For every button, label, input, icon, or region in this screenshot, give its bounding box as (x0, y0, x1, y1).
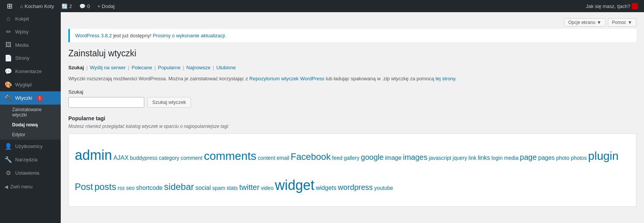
tag-photo[interactable]: photo (556, 155, 569, 161)
sidebar-item-komentarze[interactable]: 💬 Komentarze (0, 65, 61, 78)
tag-comments[interactable]: comments (204, 150, 256, 162)
wp-version-link[interactable]: WordPress 3.8.2 (75, 33, 112, 38)
tag-jquery[interactable]: jquery (453, 155, 467, 161)
tag-posts[interactable]: posts (95, 182, 116, 192)
sidebar-item-wtyczki[interactable]: 🔌 Wtyczki 1 (0, 91, 61, 105)
tab-polecane[interactable]: Polecane (131, 65, 152, 70)
desc-text2: lub ładując spakowaną w .zip wtyczkę za … (324, 76, 436, 81)
tag-content[interactable]: content (258, 155, 275, 161)
tag-image[interactable]: image (385, 155, 402, 161)
help-label: Pomoc (612, 20, 626, 25)
popular-tags-desc: Możesz również przeglądać katalog wtycze… (68, 124, 636, 129)
tag-link[interactable]: link (469, 155, 477, 161)
sidebar-item-wyglad[interactable]: 🎨 Wygląd (0, 78, 61, 91)
narzedzia-icon: 🔧 (5, 156, 12, 163)
tag-post[interactable]: Post (75, 182, 93, 192)
tab-szukaj[interactable]: Szukaj (68, 65, 84, 70)
tag-widgets[interactable]: widgets (316, 185, 336, 191)
tag-buddypress[interactable]: buddypress (130, 155, 157, 161)
tag-links[interactable]: links (478, 155, 490, 161)
tag-admin[interactable]: admin (75, 147, 112, 163)
submenu-zainstalowane[interactable]: Zainstalowane wtyczki (0, 105, 61, 120)
notice-text: jest już dostępny! (112, 33, 153, 38)
tag-facebook[interactable]: Facebook (291, 151, 331, 162)
tag-javascript[interactable]: javascript (429, 155, 451, 161)
wp-icon: ⊞ (7, 2, 13, 10)
add-new-button[interactable]: + Dodaj (94, 0, 118, 12)
collapse-menu[interactable]: ◀ Zwiń menu (0, 180, 61, 194)
sep-2: | (128, 65, 129, 70)
submenu-dodaj-nowa[interactable]: Dodaj nową (0, 120, 61, 130)
wtyczki-submenu: Zainstalowane wtyczki Dodaj nową Edytor (0, 105, 61, 140)
tag-gallery[interactable]: gallery (344, 155, 359, 161)
wp-logo-button[interactable]: ⊞ (3, 0, 16, 12)
comments-button[interactable]: 💬 0 (76, 0, 93, 12)
updates-count: 2 (69, 3, 72, 9)
help-chevron: ▼ (628, 20, 632, 25)
search-input[interactable] (68, 97, 144, 108)
add-label: + Dodaj (98, 3, 115, 9)
search-button[interactable]: Szukaj wtyczek (147, 97, 191, 108)
tag-pages[interactable]: pages (538, 155, 555, 161)
tag-stats[interactable]: stats (227, 185, 238, 191)
search-row: Szukaj wtyczek (68, 97, 636, 108)
sidebar-item-kokpit[interactable]: ⌂ Kokpit (0, 12, 61, 25)
tab-wyslij[interactable]: Wyślij na serwer (90, 65, 126, 70)
filter-tabs: Szukaj | Wyślij na serwer | Polecane | P… (68, 65, 636, 70)
sep-4: | (183, 65, 184, 70)
tag-video[interactable]: video (261, 185, 273, 191)
tag-twitter[interactable]: twitter (239, 183, 259, 191)
update-link[interactable]: Prosimy o wykonanie aktualizacji. (153, 33, 226, 38)
tab-ulubione[interactable]: Ulubione (216, 65, 236, 70)
tag-google[interactable]: google (361, 153, 384, 161)
tag-login[interactable]: login (491, 155, 503, 161)
tag-plugin[interactable]: plugin (588, 150, 619, 162)
tag-widget[interactable]: widget (275, 177, 314, 193)
screen-options-button[interactable]: Opcje ekranu ▼ (564, 18, 605, 27)
tag-spam[interactable]: spam (212, 185, 225, 191)
tag-wordpress[interactable]: wordpress (338, 183, 373, 191)
updates-icon: 🔄 (62, 3, 68, 9)
tag-category[interactable]: category (159, 155, 179, 161)
page-title: Zainstaluj wtyczki (68, 48, 636, 59)
this-page-link[interactable]: tej strony (436, 76, 455, 81)
sidebar-item-strony[interactable]: 📄 Strony (0, 51, 61, 65)
tag-photos[interactable]: photos (571, 155, 587, 161)
tag-media[interactable]: media (504, 155, 518, 161)
wp-wrap: ⌂ Kokpit ✏ Wpisy 🖼 Media 📄 Strony 💬 Kome… (0, 0, 644, 223)
tag-feed[interactable]: feed (332, 155, 343, 161)
help-button[interactable]: Pomoc ▼ (608, 18, 636, 27)
tab-popularne[interactable]: Popularne (158, 65, 180, 70)
tag-rss[interactable]: rss (118, 185, 125, 191)
sidebar-label-strony: Strony (15, 55, 30, 61)
sep-5: | (213, 65, 214, 70)
desc-text3: . (455, 76, 457, 81)
tag-comment[interactable]: comment (181, 155, 203, 161)
updates-button[interactable]: 🔄 2 (58, 0, 76, 12)
tag-seo[interactable]: seo (126, 185, 135, 191)
desc-text1: Wtyczki rozszerzają możliwości WordPress… (68, 76, 249, 81)
media-icon: 🖼 (5, 41, 12, 48)
tag-social[interactable]: social (195, 185, 211, 191)
sidebar-label-ustawienia: Ustawienia (15, 170, 39, 176)
ustawienia-icon: ⚙ (5, 169, 12, 177)
site-name-button[interactable]: ⌂ Kocham Koty (16, 0, 58, 12)
sidebar-item-uzytkownicy[interactable]: 👤 Użytkownicy (0, 140, 61, 153)
sidebar-item-media[interactable]: 🖼 Media (0, 38, 61, 51)
repo-link[interactable]: Repozytorium wtyczek WordPress (249, 76, 325, 81)
sidebar-item-wpisy[interactable]: ✏ Wpisy (0, 25, 61, 38)
tag-images[interactable]: images (403, 153, 427, 161)
tag-youtube[interactable]: youtube (374, 185, 393, 191)
tab-najnowsze[interactable]: Najnowsze (186, 65, 211, 70)
submenu-edytor[interactable]: Edytor (0, 130, 61, 140)
tag-sidebar[interactable]: sidebar (164, 182, 194, 192)
tag-ajax[interactable]: AJAX (114, 155, 129, 161)
tag-page[interactable]: page (520, 153, 537, 161)
sidebar-item-ustawienia[interactable]: ⚙ Ustawienia (0, 166, 61, 180)
tag-email[interactable]: email (276, 155, 289, 161)
wpbody-content: Opcje ekranu ▼ Pomoc ▼ WordPress 3.8.2 j… (61, 12, 644, 214)
sidebar-item-narzedzia[interactable]: 🔧 Narzędzia (0, 153, 61, 166)
sidebar-label-wpisy: Wpisy (15, 29, 28, 35)
tag-shortcode[interactable]: shortcode (136, 185, 163, 191)
sidebar-label-komentarze: Komentarze (15, 68, 42, 74)
